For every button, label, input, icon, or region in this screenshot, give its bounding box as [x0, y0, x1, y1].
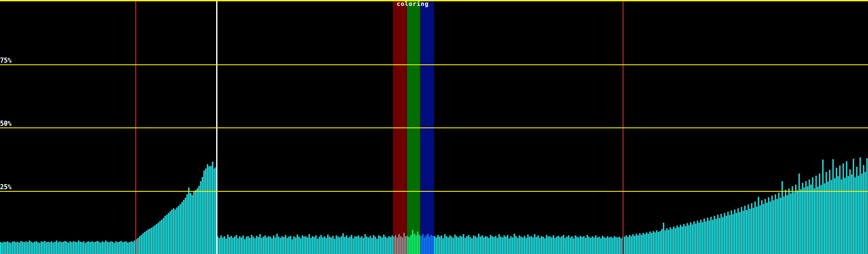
bar	[92, 241, 93, 254]
bar	[366, 237, 367, 254]
bar	[261, 238, 262, 254]
bar	[790, 193, 791, 254]
bar	[827, 182, 829, 254]
bar	[714, 216, 715, 254]
bar	[156, 224, 157, 254]
bar	[348, 238, 349, 254]
bar	[654, 232, 656, 254]
bar	[451, 237, 452, 254]
bar	[659, 231, 661, 254]
bar	[810, 185, 812, 254]
bar	[487, 237, 488, 254]
bar	[849, 169, 851, 254]
bar	[675, 228, 676, 254]
bar	[614, 236, 615, 254]
bar	[288, 237, 289, 254]
bar	[139, 236, 140, 254]
bar	[98, 242, 100, 254]
bar	[197, 188, 198, 254]
bar	[458, 237, 459, 254]
bar	[444, 234, 445, 254]
bar	[371, 238, 373, 254]
bar	[90, 242, 91, 254]
bar	[780, 198, 781, 254]
bar	[273, 235, 274, 254]
bar	[317, 239, 318, 254]
bar	[298, 237, 300, 254]
bar	[403, 233, 405, 254]
bar	[205, 168, 206, 254]
bar	[839, 166, 840, 254]
bar	[737, 208, 739, 254]
bar	[688, 225, 690, 254]
bar	[483, 237, 484, 254]
bar	[739, 212, 740, 254]
bar	[693, 221, 695, 254]
bar	[546, 235, 547, 254]
bar	[361, 236, 362, 254]
bar	[222, 237, 223, 254]
bar	[800, 189, 801, 254]
bar	[410, 235, 412, 254]
bar	[24, 242, 25, 254]
bar	[629, 235, 630, 254]
bar	[3, 242, 5, 254]
bar	[634, 236, 635, 254]
bar	[649, 232, 651, 254]
bar	[434, 236, 435, 254]
bar	[315, 235, 317, 254]
bar	[697, 221, 698, 254]
bar	[653, 231, 654, 254]
bar	[44, 241, 45, 254]
bar	[186, 194, 188, 254]
bar	[692, 224, 693, 254]
bar	[595, 235, 596, 254]
bar	[436, 237, 437, 254]
bar	[773, 200, 774, 254]
bar	[792, 186, 793, 254]
bar	[861, 174, 862, 254]
bar	[705, 221, 707, 254]
bar	[568, 235, 569, 254]
bar	[704, 218, 705, 254]
bar	[334, 239, 335, 254]
bar	[300, 238, 301, 254]
bar	[749, 209, 751, 254]
bar	[234, 237, 235, 254]
bar	[237, 238, 239, 254]
bar	[164, 216, 166, 254]
bar	[571, 236, 573, 254]
bar	[817, 187, 818, 254]
bar	[559, 237, 561, 254]
bar	[537, 235, 539, 254]
bar	[668, 230, 669, 254]
bar	[685, 226, 686, 254]
bar	[271, 238, 273, 254]
bar	[108, 242, 110, 254]
bar	[581, 237, 583, 254]
bar	[663, 223, 664, 254]
white-marker	[216, 0, 217, 254]
bar	[787, 195, 788, 254]
bar	[585, 238, 586, 254]
bar	[166, 215, 167, 254]
bar	[239, 236, 240, 254]
bar	[276, 234, 278, 254]
bar	[100, 243, 101, 254]
red-marker-1	[135, 0, 136, 254]
bar	[2, 243, 3, 254]
bar	[797, 190, 798, 254]
bar	[485, 236, 486, 254]
bar	[424, 237, 425, 254]
bar	[39, 243, 40, 254]
bar	[332, 236, 334, 254]
bar	[466, 236, 467, 254]
bar	[297, 235, 298, 254]
bar	[81, 242, 83, 254]
bar	[346, 235, 347, 254]
bar	[210, 166, 211, 254]
bar	[785, 190, 786, 254]
bar	[632, 234, 634, 254]
bar	[570, 237, 571, 254]
bar	[575, 235, 576, 254]
